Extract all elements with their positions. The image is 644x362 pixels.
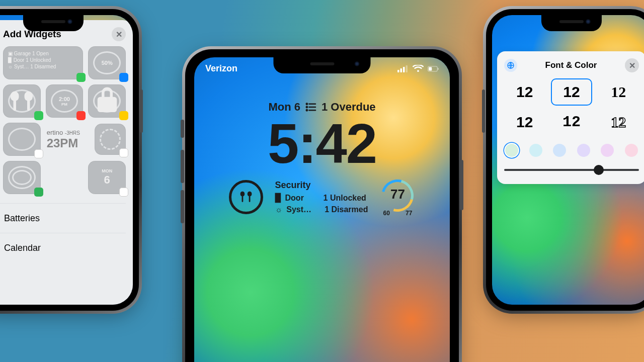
color-swatch-4[interactable] bbox=[577, 144, 590, 157]
close-icon: ✕ bbox=[116, 30, 122, 39]
widget-tile-clock-analog[interactable]: 2:00PM bbox=[46, 84, 84, 118]
app-chip-calendar-icon bbox=[119, 188, 128, 197]
airpods-icon bbox=[5, 84, 38, 118]
reminders-list-icon bbox=[305, 103, 316, 112]
lockscreen-time[interactable]: 5:42 bbox=[194, 116, 450, 172]
widget-tile-lock-ring[interactable] bbox=[88, 84, 126, 118]
color-swatch-3[interactable] bbox=[553, 144, 566, 157]
status-bar: Verizon bbox=[194, 61, 450, 76]
close-button[interactable]: ✕ bbox=[625, 58, 639, 72]
phone-right: Font & Color ✕ 12 12 12 12 12 12 bbox=[486, 9, 644, 311]
phone-center: Verizon Mon 6 1 Overdue 5:42 bbox=[185, 49, 459, 362]
close-button[interactable]: ✕ bbox=[112, 27, 126, 41]
widget-airpods-battery[interactable] bbox=[229, 180, 263, 214]
app-chip-icon bbox=[34, 111, 43, 120]
widget-tile-worldclock-large[interactable]: ertino -3HRS 23PM bbox=[46, 123, 126, 156]
app-chip-icon bbox=[34, 149, 43, 158]
svg-rect-2 bbox=[403, 67, 405, 72]
font-option-2[interactable]: 12 bbox=[551, 78, 592, 106]
battery-icon bbox=[428, 65, 439, 73]
svg-point-9 bbox=[306, 107, 307, 108]
lock-icon bbox=[91, 84, 124, 118]
color-swatch-6[interactable] bbox=[625, 144, 638, 157]
app-chip-fitness-icon bbox=[34, 188, 43, 197]
svg-point-11 bbox=[306, 110, 307, 111]
font-option-1[interactable]: 12 bbox=[504, 78, 545, 106]
app-chip-clock-icon bbox=[119, 148, 128, 157]
widget-tile-airpods-ring[interactable] bbox=[3, 84, 41, 118]
font-color-sheet: Font & Color ✕ 12 12 12 12 12 12 bbox=[497, 51, 644, 184]
color-swatch-1[interactable] bbox=[505, 144, 518, 157]
font-option-4[interactable]: 12 bbox=[504, 109, 545, 136]
app-chip-icon bbox=[76, 111, 86, 120]
widget-tile-home-status[interactable]: ▣ Garage 1 Open ▉ Door 1 Unlocked ☼ Syst… bbox=[3, 46, 83, 79]
phone-left: Add Widgets ✕ ▣ Garage 1 Open ▉ Door 1 U… bbox=[0, 9, 139, 311]
svg-rect-0 bbox=[397, 70, 399, 72]
category-batteries[interactable]: Batteries bbox=[0, 203, 126, 233]
color-swatch-5[interactable] bbox=[601, 144, 614, 157]
app-chip-icon bbox=[119, 111, 128, 120]
cellular-signal-icon bbox=[397, 65, 409, 73]
widget-tile-empty-ring[interactable] bbox=[3, 123, 41, 156]
svg-point-7 bbox=[306, 104, 307, 105]
font-option-3[interactable]: 12 bbox=[598, 78, 639, 106]
font-option-6[interactable]: 12 bbox=[598, 109, 639, 136]
color-swatch-2[interactable] bbox=[529, 144, 542, 157]
svg-rect-5 bbox=[429, 67, 432, 70]
font-style-grid: 12 12 12 12 12 12 bbox=[504, 78, 639, 136]
sheet-title: Font & Color bbox=[517, 60, 625, 70]
widget-weather-gauge[interactable]: 77 6077 bbox=[380, 179, 415, 215]
widget-tile-battery-pct[interactable]: 50% bbox=[88, 46, 126, 79]
add-widgets-sheet: Add Widgets ✕ ▣ Garage 1 Open ▉ Door 1 U… bbox=[0, 20, 133, 305]
app-chip-weather-icon bbox=[119, 73, 128, 82]
svg-rect-1 bbox=[400, 68, 403, 72]
widget-gallery: ▣ Garage 1 Open ▉ Door 1 Unlocked ☼ Syst… bbox=[3, 46, 126, 194]
airpods-icon bbox=[237, 189, 255, 206]
lockscreen-widget-row: Security ▉Door1 Unlocked ☼Syst…1 Disarme… bbox=[194, 179, 450, 215]
intensity-slider[interactable] bbox=[504, 165, 639, 175]
color-swatch-row bbox=[505, 144, 638, 157]
category-calendar[interactable]: Calendar bbox=[0, 233, 126, 262]
widget-home-security[interactable]: Security ▉Door1 Unlocked ☼Syst…1 Disarme… bbox=[275, 179, 368, 215]
widget-tile-activity-rings[interactable] bbox=[3, 161, 41, 194]
widget-category-list: Batteries Calendar bbox=[3, 203, 126, 262]
widget-tile-calendar-day[interactable]: MON6 bbox=[88, 161, 126, 194]
wifi-icon bbox=[413, 65, 424, 73]
carrier-label: Verizon bbox=[205, 63, 237, 74]
slider-thumb[interactable] bbox=[594, 165, 604, 175]
app-chip-home-icon bbox=[76, 73, 86, 82]
svg-rect-6 bbox=[438, 68, 439, 70]
globe-icon bbox=[507, 61, 515, 69]
close-icon: ✕ bbox=[629, 61, 635, 70]
font-option-5[interactable]: 12 bbox=[551, 109, 592, 136]
globe-button[interactable] bbox=[504, 59, 517, 72]
svg-rect-3 bbox=[406, 65, 408, 72]
